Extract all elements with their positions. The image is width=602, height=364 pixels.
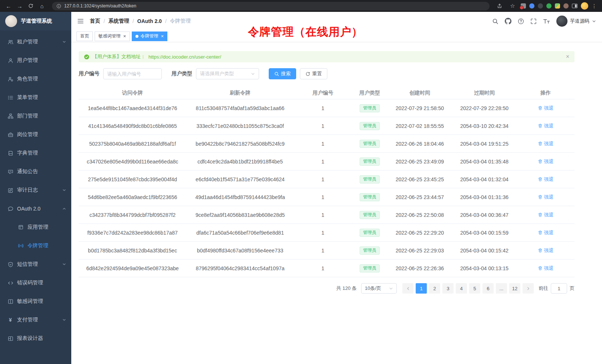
- sidebar-item-user-management[interactable]: 用户管理: [0, 51, 71, 70]
- close-icon[interactable]: ×: [566, 54, 569, 60]
- expire-time-cell: 2054-03-04 01:32:04: [452, 171, 517, 188]
- table-row: c342377bf8b344799dcbf7bf095287f2 9ce8ef2…: [79, 206, 575, 224]
- extension-blue-icon[interactable]: [529, 3, 534, 9]
- breadcrumb-home[interactable]: 首页: [90, 18, 100, 24]
- reset-button[interactable]: 重置: [300, 68, 327, 79]
- table-row: f9336e7c7dd242a283ee98dc86b17a87 dfa6c71…: [79, 224, 575, 242]
- breadcrumb-separator: /: [104, 18, 105, 24]
- fullscreen-icon[interactable]: [530, 18, 537, 24]
- force-logout-button[interactable]: 强退: [538, 229, 554, 236]
- access-token-cell: 54d6be82ee5a460a9aedc1f9bf223656: [79, 188, 186, 206]
- pager-page-button[interactable]: 6: [482, 283, 494, 294]
- puzzle-extension-icon[interactable]: [555, 3, 560, 9]
- sidebar-item-audit-log[interactable]: 审计日志: [0, 181, 71, 199]
- browser-home-button[interactable]: ⌂: [37, 1, 47, 10]
- user-menu[interactable]: 芋道源码: [556, 16, 596, 27]
- extension-dark-icon[interactable]: [538, 3, 543, 9]
- refresh-token-cell: b0df4980ffd34c67a08f9156e4eee733: [186, 242, 294, 259]
- force-logout-button[interactable]: 强退: [538, 140, 554, 147]
- url-bar[interactable]: 127.0.0.1:1024/system/oauth2/token: [52, 2, 490, 10]
- share-icon[interactable]: [495, 1, 504, 10]
- browser-forward-button[interactable]: →: [15, 1, 24, 10]
- pager-page-button[interactable]: 3: [442, 283, 454, 294]
- search-icon[interactable]: [492, 18, 498, 24]
- browser-reload-button[interactable]: [26, 1, 36, 10]
- pager-page-button[interactable]: 12: [509, 283, 520, 294]
- search-button[interactable]: 搜索: [269, 68, 296, 79]
- force-logout-button[interactable]: 强退: [538, 265, 554, 272]
- sidebar-item-oauth2-token-management[interactable]: 令牌管理: [0, 236, 71, 255]
- force-logout-button[interactable]: 强退: [538, 212, 554, 218]
- force-logout-button[interactable]: 强退: [538, 247, 554, 254]
- sensitive-word-icon: [7, 298, 13, 304]
- site-info-icon[interactable]: [56, 4, 61, 9]
- user-id-input[interactable]: [103, 68, 162, 79]
- tab-token-management[interactable]: 令牌管理 ×: [132, 32, 168, 41]
- sidebar-item-menu-management[interactable]: 菜单管理: [0, 88, 71, 107]
- github-icon[interactable]: [505, 18, 511, 24]
- force-logout-button[interactable]: 强退: [538, 123, 554, 129]
- tab-label: 首页: [80, 33, 89, 39]
- browser-profile-avatar[interactable]: [581, 2, 588, 10]
- sidebar-item-oauth2-app-management[interactable]: 应用管理: [0, 218, 71, 236]
- app-logo[interactable]: 芋道管理系统: [0, 12, 71, 30]
- extension-badged-icon[interactable]: [521, 3, 526, 9]
- browser-menu-icon[interactable]: ⋮: [592, 3, 597, 9]
- access-token-cell: 275e5de9151045fe87cbdc395e004f4d: [79, 171, 186, 188]
- extension-brown-icon[interactable]: [563, 3, 569, 9]
- force-logout-button[interactable]: 强退: [538, 194, 554, 201]
- user-id-field-group: 用户编号: [79, 68, 162, 79]
- user-id-cell: 1: [294, 99, 352, 117]
- browser-back-button[interactable]: ←: [4, 1, 13, 10]
- breadcrumb-oauth2[interactable]: OAuth 2.0: [137, 18, 162, 24]
- sidebar-item-oauth2[interactable]: OAuth 2.0: [0, 199, 71, 218]
- extension-green-icon[interactable]: [546, 3, 552, 9]
- tab-sensitive-word-management[interactable]: 敏感词管理 ×: [95, 32, 130, 41]
- user-type-select[interactable]: 请选择用户类型: [196, 68, 259, 79]
- force-logout-button[interactable]: 强退: [538, 105, 554, 112]
- doc-link[interactable]: https://doc.iocoder.cn/user-center/: [148, 54, 221, 60]
- pager-next-button[interactable]: [523, 283, 534, 294]
- bookmark-star-icon[interactable]: ☆: [508, 1, 517, 10]
- expire-time-cell: 2054-03-04 19:51:25: [452, 135, 517, 153]
- sidebar-item-report-designer[interactable]: 报表设计器: [0, 329, 71, 348]
- sidebar-item-post-management[interactable]: 岗位管理: [0, 125, 71, 144]
- sidebar-toggle-button[interactable]: [77, 18, 84, 24]
- access-token-cell: 41c41346a548490f9dc8b01c6bfe0865: [79, 117, 186, 135]
- split-view-icon[interactable]: [572, 4, 578, 8]
- sidebar-item-label: 租户管理: [17, 39, 38, 45]
- sidebar-item-notice-announcement[interactable]: 通知公告: [0, 162, 71, 181]
- sidebar-item-dept-management[interactable]: 部门管理: [0, 107, 71, 125]
- navbar-actions: 芋道源码: [492, 16, 596, 27]
- user-id-cell: 1: [294, 117, 352, 135]
- sidebar-item-sensitive-word-management[interactable]: 敏感词管理: [0, 292, 71, 311]
- pager-goto: 前往 页: [539, 283, 575, 294]
- pager-page-button[interactable]: 4: [456, 283, 467, 294]
- force-logout-button[interactable]: 强退: [538, 158, 554, 165]
- pager-page-button[interactable]: 5: [469, 283, 480, 294]
- close-icon[interactable]: ×: [161, 34, 164, 39]
- tab-home[interactable]: 首页: [76, 32, 93, 41]
- chevron-down-icon: [62, 188, 66, 192]
- user-type-cell: 管理员: [352, 224, 387, 242]
- sidebar-item-tenant-management[interactable]: 租户管理: [0, 33, 71, 51]
- goto-page-input[interactable]: [551, 283, 567, 294]
- font-size-icon[interactable]: [543, 18, 550, 24]
- column-header: 操作: [517, 87, 575, 99]
- pager-page-button[interactable]: 1: [416, 283, 427, 294]
- sidebar-item-error-code-management[interactable]: 错误码管理: [0, 274, 71, 292]
- pager-prev-button[interactable]: [402, 283, 413, 294]
- page-size-select[interactable]: 10条/页: [361, 283, 397, 294]
- close-icon[interactable]: ×: [123, 34, 126, 39]
- help-icon[interactable]: [518, 18, 524, 24]
- force-logout-button[interactable]: 强退: [538, 176, 554, 183]
- breadcrumb-system-management[interactable]: 系统管理: [108, 18, 129, 24]
- token-table: 访问令牌 刷新令牌 用户编号 用户类型 创建时间 过期时间 操作 1ea5e44…: [79, 87, 575, 277]
- sidebar-item-sms-management[interactable]: 短信管理: [0, 255, 71, 274]
- user-type-badge: 管理员: [360, 140, 380, 148]
- sidebar-item-role-management[interactable]: 角色管理: [0, 70, 71, 88]
- pager-page-button[interactable]: 2: [429, 283, 440, 294]
- pager-ellipsis[interactable]: ...: [496, 283, 507, 294]
- sidebar-item-payment-management[interactable]: ¥ 支付管理: [0, 311, 71, 329]
- sidebar-item-dict-management[interactable]: 字典管理: [0, 144, 71, 162]
